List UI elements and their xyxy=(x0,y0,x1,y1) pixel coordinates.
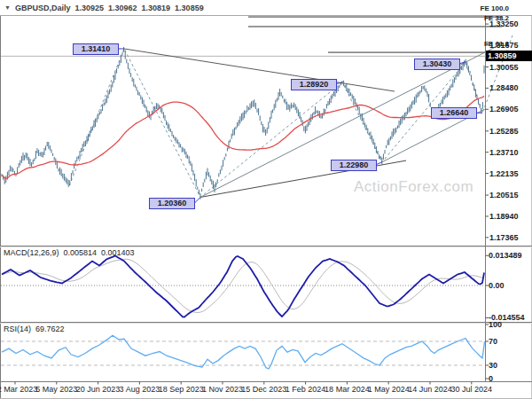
price-tick-label: 1.18940 xyxy=(489,212,519,221)
rsi-tick-label: 70 xyxy=(489,337,497,346)
chevron-down-icon[interactable]: ▼ xyxy=(4,4,11,11)
price-tick-label: 1.17365 xyxy=(489,233,519,242)
open-value: 1.30925 xyxy=(74,4,104,12)
rsi-tick-label: 30 xyxy=(489,361,497,370)
chart-window: ▼ GBPUSD,Daily 1.30925 1.30962 1.30819 1… xyxy=(0,0,532,399)
macd-main-value: 0.005814 xyxy=(64,248,98,257)
chart-titlebar: ▼ GBPUSD,Daily 1.30925 1.30962 1.30819 1… xyxy=(0,0,532,15)
price-tick-label: 1.20515 xyxy=(489,191,519,200)
rsi-tick-label: 0 xyxy=(489,374,493,383)
macd-name: MACD(12,26,9) xyxy=(4,248,59,257)
pivot-price-flag[interactable]: 1.31410 xyxy=(73,43,119,55)
time-tick-label: 18 Mar 2024 xyxy=(325,385,370,394)
time-tick-label: 18 Sep 2023 xyxy=(159,385,204,394)
pivot-price-flag[interactable]: 1.20360 xyxy=(149,198,195,209)
time-tick-label: 1 May 2024 xyxy=(368,385,410,394)
time-tick-label: 1 Nov 2023 xyxy=(202,385,243,394)
rsi-value: 69.7622 xyxy=(35,325,65,333)
macd-indicator-label: MACD(12,26,9)0.0058140.001403 xyxy=(4,248,139,257)
macd-tick-label: 0.013489 xyxy=(489,251,522,260)
time-tick-label: 30 Jul 2024 xyxy=(451,385,493,394)
rsi-indicator-label: RSI(14)69.7622 xyxy=(4,325,69,333)
pivot-price-flag[interactable]: 1.28920 xyxy=(291,79,337,90)
time-tick-label: 22 Mar 2023 xyxy=(0,385,37,394)
time-tick-label: 15 Dec 2023 xyxy=(241,385,286,394)
rsi-tick-label: 100 xyxy=(489,320,502,329)
price-tick-label: 1.31675 xyxy=(489,41,519,50)
current-price-tag: 1.30859 xyxy=(486,51,532,61)
time-tick-label: 3 Aug 2023 xyxy=(120,385,160,394)
symbol-period-label: GBPUSD,Daily xyxy=(15,4,71,12)
price-tick-label: 1.30055 xyxy=(489,63,519,72)
pivot-price-flag[interactable]: 1.22980 xyxy=(331,160,377,171)
macd-tick-label: 0.00 xyxy=(489,281,505,290)
price-tick-label: 1.22135 xyxy=(489,169,519,178)
time-tick-label: 1 Feb 2024 xyxy=(286,385,326,394)
price-tick-label: 1.28480 xyxy=(489,83,519,92)
time-tick-label: 5 May 2023 xyxy=(35,385,77,394)
fib-extension-label-100[interactable]: FE 100.0 xyxy=(481,4,509,12)
time-tick-label: 14 Jun 2024 xyxy=(408,385,452,394)
time-tick-label: 20 Jun 2023 xyxy=(76,385,121,394)
price-tick-label: 1.23710 xyxy=(489,148,519,157)
high-value: 1.30962 xyxy=(108,4,137,12)
rsi-name: RSI(14) xyxy=(4,325,31,333)
price-tick-label: 1.26905 xyxy=(489,105,519,113)
low-value: 1.30819 xyxy=(142,4,171,12)
pivot-price-flag[interactable]: 1.30430 xyxy=(414,59,460,70)
close-value: 1.30859 xyxy=(175,4,204,12)
price-tick-label: 1.33250 xyxy=(489,20,519,28)
pivot-price-flag[interactable]: 1.26640 xyxy=(431,107,477,119)
watermark: ActionForex.com xyxy=(354,178,473,196)
macd-signal-value: 0.001403 xyxy=(101,248,135,257)
price-tick-label: 1.25285 xyxy=(489,127,519,136)
